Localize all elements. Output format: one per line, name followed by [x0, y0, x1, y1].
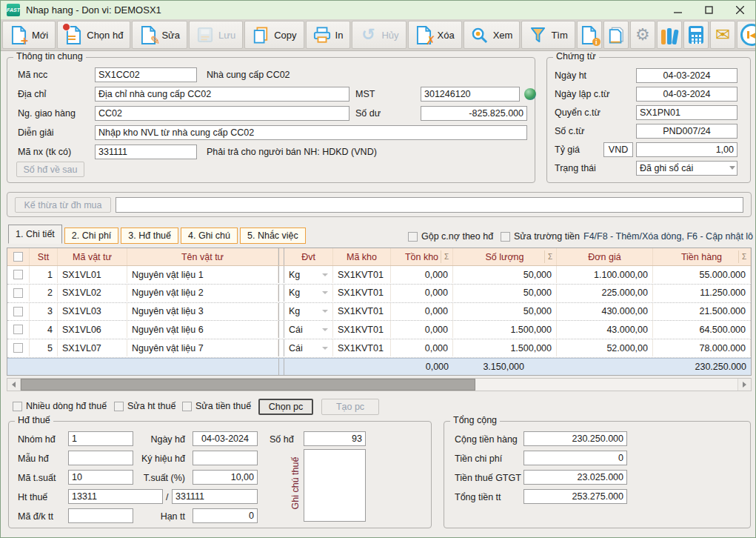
print-button[interactable]: In	[306, 21, 351, 49]
tab-nhac-viec[interactable]: 5. Nhắc việc	[240, 228, 306, 244]
tab-hd-thue[interactable]: 3. Hđ thuế	[121, 228, 178, 244]
header-don-gia[interactable]: Đơn giá	[557, 248, 653, 265]
horizontal-scrollbar[interactable]	[7, 378, 752, 391]
cell-ma-vat-tu[interactable]: SX1VL07	[58, 339, 127, 356]
scrollbar-thumb[interactable]	[21, 379, 475, 391]
minimize-button[interactable]	[662, 1, 693, 19]
header-ma-kho[interactable]: Mã kho	[333, 248, 391, 265]
sua-ht-checkbox[interactable]	[114, 402, 124, 411]
ht-thue-field-2[interactable]: 331111	[172, 489, 258, 504]
binders-button[interactable]	[657, 21, 682, 49]
cell-so-luong[interactable]: 50,000	[453, 266, 557, 283]
cell-dvt[interactable]: Kg	[284, 285, 333, 302]
header-ten-vat-tu[interactable]: Tên vật tư	[127, 248, 278, 265]
cell-dvt[interactable]: Kg	[284, 266, 333, 283]
nav-first-button[interactable]: ◀	[737, 21, 756, 49]
han-tt-field[interactable]: 0	[193, 508, 258, 523]
cell-ma-kho[interactable]: SX1KVT01	[333, 303, 391, 320]
tien-thue-gtgt-field[interactable]: 23.025.000	[523, 470, 627, 485]
view-button[interactable]: Xem	[464, 21, 521, 49]
mst-field[interactable]: 301246120	[421, 87, 520, 102]
row-checkbox[interactable]	[7, 321, 30, 338]
ngay-hd-field[interactable]: 04-03-2024	[193, 431, 258, 446]
delete-button[interactable]: ✗ Xóa	[408, 21, 462, 49]
cell-ma-kho[interactable]: SX1KVT01	[333, 285, 391, 302]
tao-pc-button[interactable]: Tạo pc	[321, 399, 379, 415]
header-dvt[interactable]: Đvt	[284, 248, 333, 265]
header-stt[interactable]: Stt	[30, 248, 58, 265]
header-select-all[interactable]	[7, 248, 30, 265]
globe-icon[interactable]	[524, 88, 536, 100]
cell-don-gia[interactable]: 43.000,00	[557, 321, 653, 338]
row-checkbox[interactable]	[7, 339, 30, 356]
cell-ma-vat-tu[interactable]: SX1VL02	[58, 285, 127, 302]
ht-thue-field-1[interactable]: 13311	[68, 489, 163, 504]
header-ton-kho[interactable]: Tồn khoΣ	[391, 248, 453, 265]
cell-ma-vat-tu[interactable]: SX1VL06	[58, 321, 127, 338]
tab-ghi-chu[interactable]: 4. Ghi chú	[181, 228, 238, 244]
cancel-button[interactable]: ↺ Hủy	[352, 21, 406, 49]
close-button[interactable]	[724, 1, 755, 19]
settings-button[interactable]: ⚙	[630, 21, 655, 49]
currency-field[interactable]: VND	[603, 142, 633, 157]
so-ctu-field[interactable]: PND007/24	[636, 124, 737, 139]
attached-pages-button[interactable]	[603, 21, 629, 49]
sua-truong-tien-checkbox[interactable]	[501, 232, 510, 242]
ke-thua-button[interactable]: Kế thừa từ đh mua	[15, 197, 111, 213]
cell-dvt[interactable]: Cái	[284, 321, 333, 338]
ma-nx-field[interactable]: 331111	[95, 145, 197, 159]
nhieu-dong-checkbox[interactable]	[13, 402, 22, 411]
calculator-button[interactable]	[683, 21, 709, 49]
quyen-ctu-field[interactable]: SX1PN01	[636, 105, 737, 120]
new-button[interactable]: ＋ Mới	[2, 21, 56, 49]
chon-pc-button[interactable]: Chọn pc	[258, 399, 313, 415]
cell-so-luong[interactable]: 1.500,000	[453, 321, 557, 338]
sum-sigma-icon[interactable]: Σ	[738, 250, 749, 263]
ngay-ht-field[interactable]: 04-03-2024	[636, 68, 737, 83]
row-checkbox[interactable]	[7, 266, 30, 283]
ma-tsuat-field[interactable]: 10	[68, 470, 133, 485]
ke-thua-field[interactable]	[116, 197, 743, 213]
cell-so-luong[interactable]: 50,000	[453, 303, 557, 320]
cell-don-gia[interactable]: 225.000,00	[557, 285, 653, 302]
sum-sigma-icon[interactable]: Σ	[441, 250, 452, 263]
ma-ncc-field[interactable]: SX1CC02	[95, 67, 197, 82]
tien-chi-phi-field[interactable]: 0	[523, 451, 627, 465]
cell-ma-vat-tu[interactable]: SX1VL03	[58, 303, 127, 320]
dia-chi-field[interactable]: Địa chỉ nhà cung cấp CC02	[95, 87, 349, 102]
so-hd-field[interactable]: 93	[304, 431, 366, 446]
cell-ma-kho[interactable]: SX1KVT01	[333, 266, 391, 283]
nhom-hd-field[interactable]: 1	[68, 431, 133, 446]
document-info-button[interactable]: i	[577, 21, 602, 49]
cell-ma-kho[interactable]: SX1KVT01	[333, 339, 391, 356]
ng-giao-hang-field[interactable]: CC02	[95, 106, 349, 121]
tsuat-field[interactable]: 10,00	[193, 470, 258, 485]
trang-thai-select[interactable]: Đã ghi sổ cái	[636, 161, 737, 176]
mail-button[interactable]: ✉	[710, 21, 735, 49]
cell-dvt[interactable]: Kg	[284, 303, 333, 320]
cell-ma-vat-tu[interactable]: SX1VL01	[58, 266, 127, 283]
ky-hieu-hd-field[interactable]	[193, 451, 258, 465]
header-tien-hang[interactable]: Tiền hàngΣ	[653, 248, 751, 265]
cell-so-luong[interactable]: 1.500,000	[453, 339, 557, 356]
scroll-right-arrow[interactable]	[737, 379, 751, 391]
tab-chi-tiet[interactable]: 1. Chi tiết	[8, 225, 62, 244]
choose-invoice-button[interactable]: Chọn hđ	[57, 21, 130, 49]
cell-don-gia[interactable]: 1.100.000,00	[557, 266, 653, 283]
dien-giai-field[interactable]: Nhập kho NVL từ nhà cung cấp CC02	[95, 125, 527, 140]
maximize-button[interactable]	[693, 1, 724, 19]
header-so-luong[interactable]: Số lượngΣ	[453, 248, 557, 265]
copy-button[interactable]: Copy	[244, 21, 304, 49]
cell-don-gia[interactable]: 430.000,00	[557, 303, 653, 320]
ty-gia-field[interactable]: 1,00	[636, 142, 737, 157]
ghi-chu-thue-textarea[interactable]	[304, 449, 366, 522]
sum-sigma-icon[interactable]: Σ	[544, 250, 555, 263]
row-checkbox[interactable]	[7, 285, 30, 302]
sua-tien-thue-checkbox[interactable]	[182, 402, 192, 411]
cell-dvt[interactable]: Cái	[284, 339, 333, 356]
so-hd-ve-sau-button[interactable]: Số hđ về sau	[16, 162, 84, 177]
ma-dktt-field[interactable]	[68, 508, 133, 523]
save-button[interactable]: Lưu	[189, 21, 243, 49]
ngay-lap-field[interactable]: 04-03-2024	[636, 87, 737, 102]
find-button[interactable]: Tìm	[521, 21, 575, 49]
